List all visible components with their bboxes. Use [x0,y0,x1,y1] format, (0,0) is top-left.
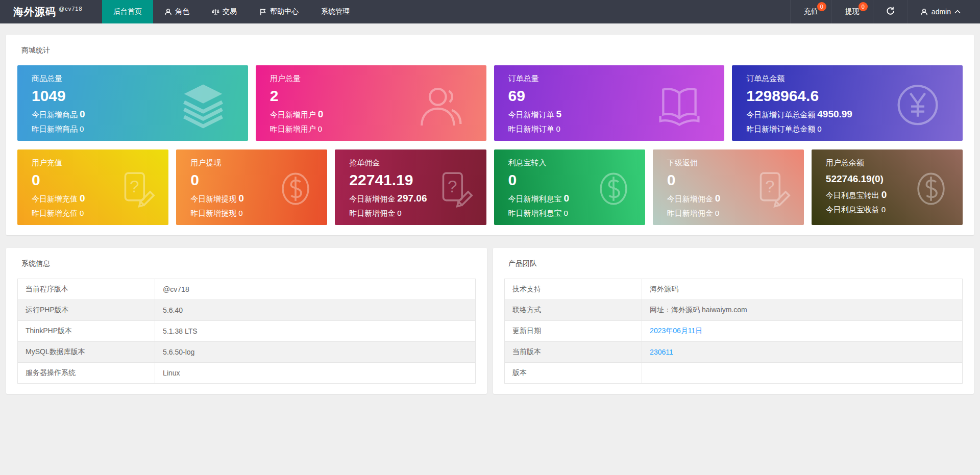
row-value-link[interactable]: 230611 [650,348,673,356]
stat-card-interest-in: 利息宝转入0今日新增利息宝0昨日新增利息宝0 [494,149,645,225]
row-value: 5.1.38 LTS [155,321,476,342]
row-label: 运行PHP版本 [18,300,155,321]
card-line2-label: 今日新增充值 [32,194,78,203]
stat-card-order-total: 订单总量69今日新增订单5昨日新增订单0 [494,65,725,141]
system-info-title: 系统信息 [21,259,476,268]
recharge-label: 充值 [804,7,818,16]
row-label: 技术支持 [505,279,642,300]
user-icon [164,8,172,16]
menu-item-help[interactable]: 帮助中心 [248,0,310,23]
stats-cards-row1: 商品总量1049今日新增商品0昨日新增商品0用户总量2今日新增用户0昨日新增用户… [17,65,963,141]
product-team-table: 技术支持海外源码联络方式网址：海外源码 haiwaiym.com更新日期2023… [504,279,963,384]
card-line3-value: 0 [318,124,322,133]
card-line3-label: 昨日新增利息宝 [508,209,562,217]
main-content: 商城统计 商品总量1049今日新增商品0昨日新增商品0用户总量2今日新增用户0昨… [0,23,980,394]
card-line2-label: 今日新增佣金 [667,194,713,203]
card-line2-label: 今日新增订单 [508,110,554,119]
person-icon [418,82,465,129]
card-line2-value: 297.06 [397,193,427,204]
product-team-row: 技术支持海外源码 [505,279,963,300]
card-line3-label: 昨日新增商品 [32,124,78,133]
card-line3-value: 0 [556,124,560,133]
card-line2-label: 今日新增用户 [270,110,316,119]
system-info-table: 当前程序版本@cv718运行PHP版本5.6.40ThinkPHP版本5.1.3… [17,279,476,384]
user-menu[interactable]: admin [908,0,973,23]
menu-item-label: 角色 [175,7,189,16]
card-line2-label: 今日新增提现 [190,194,236,203]
row-label: MySQL数据库版本 [18,342,155,363]
recharge-button[interactable]: 充值0 [790,0,831,23]
card-line3-value: 0 [564,209,568,217]
dollar-icon [276,169,315,208]
stat-card-user-recharge: 用户充值0今日新增充值0昨日新增充值0? [17,149,168,225]
stats-cards-row2: 用户充值0今日新增充值0昨日新增充值0?用户提现0今日新增提现0昨日新增提现0抢… [17,149,963,225]
menu-item-role[interactable]: 角色 [153,0,201,23]
card-title: 下级返佣 [667,158,804,168]
card-line3-label: 昨日新增订单 [508,124,554,133]
card-line3-value: 0 [397,209,401,217]
menu-item-trade[interactable]: 交易 [201,0,248,23]
row-value: 230611 [642,342,963,363]
main-menu: 后台首页角色交易帮助中心系统管理 [102,0,790,23]
card-line2-label: 今日新增佣金 [349,194,395,203]
card-line2-value: 0 [881,189,887,200]
navbar-right: 充值0提现0 admin [790,0,980,23]
card-line2-label: 今日利息宝转出 [826,191,879,199]
card-line2-value: 0 [715,193,721,204]
row-label: ThinkPHP版本 [18,321,155,342]
row-value: 海外源码 [642,279,963,300]
row-value: 5.6.50-log [155,342,476,363]
card-line3-value: 0 [881,205,886,214]
row-label: 版本 [505,363,642,384]
product-team-row: 更新日期2023年06月11日 [505,321,963,342]
card-line3-label: 今日利息宝收益 [826,205,879,214]
stat-card-user-balance: 用户总余额522746.19(0)今日利息宝转出0今日利息宝收益0 [812,149,963,225]
card-line3-value: 0 [80,209,84,217]
row-value: @cv718 [155,279,476,300]
card-line3-label: 昨日新增佣金 [667,209,713,217]
card-title: 利息宝转入 [508,158,645,168]
card-line2-label: 今日新增利息宝 [508,194,562,203]
row-label: 当前程序版本 [18,279,155,300]
system-info-row: 运行PHP版本5.6.40 [18,300,476,321]
brand-text: 海外源码 [13,5,56,19]
menu-item-label: 交易 [223,7,237,16]
card-line2-value: 0 [564,193,570,204]
card-line3-value: 0 [238,209,242,217]
row-label: 联络方式 [505,300,642,321]
row-value-link[interactable]: 2023年06月11日 [650,327,702,335]
card-line2-value: 0 [80,109,85,119]
card-title: 抢单佣金 [349,158,486,168]
product-team-panel: 产品团队 技术支持海外源码联络方式网址：海外源码 haiwaiym.com更新日… [493,248,974,394]
doc-question-icon: ? [435,169,474,208]
card-line3-value: 0 [80,124,84,133]
card-line2-value: 4950.99 [817,109,852,119]
system-info-row: MySQL数据库版本5.6.50-log [18,342,476,363]
stat-card-user-total: 用户总量2今日新增用户0昨日新增用户0 [256,65,486,141]
card-line3-label: 昨日新增提现 [190,209,236,217]
flag-icon [259,8,267,16]
card-line2-label: 今日新增商品 [32,110,78,119]
layers-icon [180,82,227,129]
card-line3: 昨日新增利息宝0 [508,209,645,218]
svg-text:?: ? [765,177,775,196]
bottom-panels: 系统信息 当前程序版本@cv718运行PHP版本5.6.40ThinkPHP版本… [6,248,974,394]
svg-text:?: ? [448,177,457,196]
system-info-row: 当前程序版本@cv718 [18,279,476,300]
brand-subtext: @cv718 [59,6,83,12]
card-line2-value: 0 [238,193,244,204]
product-team-row: 联络方式网址：海外源码 haiwaiym.com [505,300,963,321]
stats-panel: 商城统计 商品总量1049今日新增商品0昨日新增商品0用户总量2今日新增用户0昨… [6,35,974,235]
card-line3-label: 昨日新增用户 [270,124,316,133]
refresh-button[interactable] [873,0,908,23]
svg-text:?: ? [130,177,139,196]
username: admin [932,8,951,16]
menu-item-home[interactable]: 后台首页 [102,0,153,23]
menu-item-system[interactable]: 系统管理 [310,0,361,23]
refresh-icon [886,6,895,18]
row-label: 更新日期 [505,321,642,342]
menu-item-label: 帮助中心 [270,7,299,16]
withdraw-button[interactable]: 提现0 [831,0,873,23]
dollar-icon [594,169,633,208]
scales-icon [212,8,219,16]
